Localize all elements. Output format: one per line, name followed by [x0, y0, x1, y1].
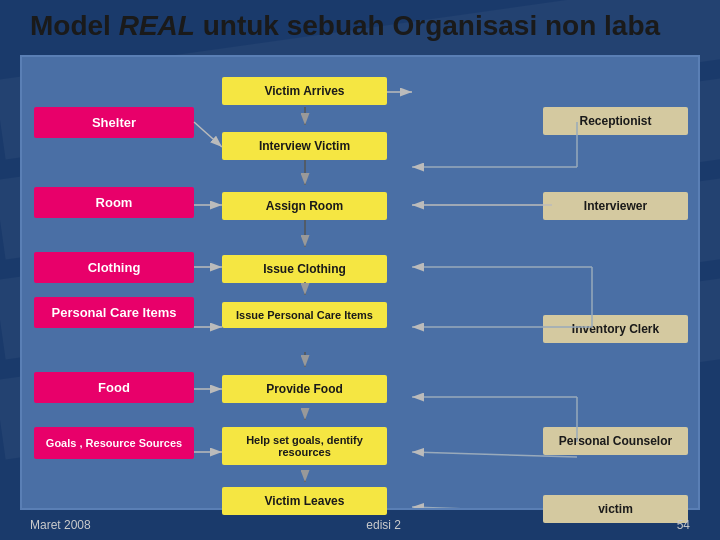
provide-food-label: Provide Food — [222, 375, 387, 403]
interview-victim-label: Interview Victim — [222, 132, 387, 160]
assign-room-label: Assign Room — [222, 192, 387, 220]
shelter-resource: Shelter — [34, 107, 194, 142]
issue-personal-label: Issue Personal Care Items — [222, 302, 387, 328]
victim-leaves-process: Victim Leaves — [222, 487, 387, 519]
content-area: Shelter Room Clothing Personal Care Item… — [20, 55, 700, 510]
svg-line-18 — [412, 507, 552, 508]
slide: Model REAL untuk sebuah Organisasi non l… — [0, 0, 720, 540]
title-italic: REAL — [119, 10, 195, 41]
assign-room-process: Assign Room — [222, 192, 387, 224]
goals-label: Goals , Resource Sources — [34, 427, 194, 459]
food-label: Food — [34, 372, 194, 403]
goals-resource: Goals , Resource Sources — [34, 427, 194, 463]
help-set-process: Help set goals, dentify resources — [222, 427, 387, 469]
svg-line-5 — [194, 122, 222, 147]
issue-clothing-process: Issue Clothing — [222, 255, 387, 287]
footer: Maret 2008 edisi 2 54 — [30, 518, 690, 532]
footer-date: Maret 2008 — [30, 518, 91, 532]
issue-clothing-label: Issue Clothing — [222, 255, 387, 283]
receptionist-role: Receptionist — [543, 107, 688, 139]
victim-arrives-label: Victim Arrives — [222, 77, 387, 105]
interviewer-label: Interviewer — [543, 192, 688, 220]
interview-victim-process: Interview Victim — [222, 132, 387, 164]
personal-counselor-label: Personal Counselor — [543, 427, 688, 455]
provide-food-process: Provide Food — [222, 375, 387, 407]
title-prefix: Model — [30, 10, 119, 41]
clothing-resource: Clothing — [34, 252, 194, 287]
footer-page: 54 — [677, 518, 690, 532]
food-resource: Food — [34, 372, 194, 407]
personal-care-resource: Personal Care Items — [34, 297, 194, 332]
shelter-label: Shelter — [34, 107, 194, 138]
help-set-label: Help set goals, dentify resources — [222, 427, 387, 465]
interviewer-role: Interviewer — [543, 192, 688, 224]
inventory-clerk-role: Inventory Clerk — [543, 315, 688, 347]
slide-title: Model REAL untuk sebuah Organisasi non l… — [30, 10, 690, 42]
footer-edition: edisi 2 — [366, 518, 401, 532]
room-resource: Room — [34, 187, 194, 222]
receptionist-label: Receptionist — [543, 107, 688, 135]
victim-arrives-process: Victim Arrives — [222, 77, 387, 109]
clothing-label: Clothing — [34, 252, 194, 283]
room-label: Room — [34, 187, 194, 218]
personal-care-label: Personal Care Items — [34, 297, 194, 328]
personal-counselor-role: Personal Counselor — [543, 427, 688, 459]
issue-personal-process: Issue Personal Care Items — [222, 302, 387, 332]
title-suffix: untuk sebuah Organisasi non laba — [195, 10, 660, 41]
victim-leaves-label: Victim Leaves — [222, 487, 387, 515]
inventory-clerk-label: Inventory Clerk — [543, 315, 688, 343]
